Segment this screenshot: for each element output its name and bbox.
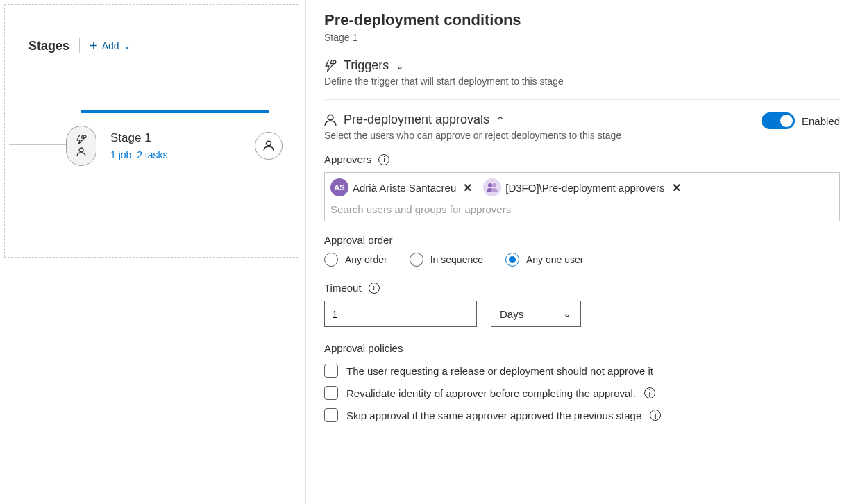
panel-title: Pre-deployment conditions [324, 11, 840, 29]
pipeline-canvas: Stages + Add ⌄ Stage 1 [0, 0, 305, 504]
approver-chip-group: [D3FO]\Pre-deployment approvers ✕ [482, 177, 686, 198]
stages-header: Stages + Add ⌄ [28, 38, 131, 53]
approvers-label: Approvers [324, 153, 371, 165]
timeout-value-input[interactable] [324, 301, 477, 327]
radio-label: Any order [345, 254, 387, 265]
radio-in-sequence[interactable]: In sequence [410, 253, 483, 267]
radio-label: Any one user [526, 254, 584, 265]
chevron-down-icon: ⌄ [563, 308, 572, 320]
approvals-section-toggle[interactable]: Pre-deployment approvals ⌃ [324, 112, 762, 127]
group-icon [483, 178, 501, 196]
trigger-icon [76, 135, 87, 144]
approvers-search-input[interactable] [328, 199, 836, 219]
add-stage-button[interactable]: + Add ⌄ [90, 39, 131, 53]
person-icon [76, 147, 86, 157]
approval-order-label: Approval order [324, 234, 840, 246]
svg-point-2 [267, 141, 271, 146]
checkbox[interactable] [324, 408, 338, 422]
policy-revalidate-identity[interactable]: Revalidate identity of approver before c… [324, 386, 840, 400]
info-icon[interactable]: i [369, 283, 380, 294]
avatar: AS [330, 178, 348, 196]
policy-text: Revalidate identity of approver before c… [346, 387, 636, 399]
stage-name: Stage 1 [110, 131, 168, 145]
triggers-heading: Triggers [344, 58, 389, 73]
chip-label: Adrià Ariste Santacreu [353, 182, 456, 194]
stages-title: Stages [28, 39, 69, 53]
radio-any-one-user[interactable]: Any one user [505, 253, 584, 267]
info-icon[interactable]: i [644, 387, 655, 398]
info-icon[interactable]: i [378, 154, 389, 165]
approvers-picker[interactable]: AS Adrià Ariste Santacreu ✕ [D3FO]\Pre-d… [324, 172, 840, 221]
remove-chip-button[interactable]: ✕ [460, 181, 475, 194]
plus-icon: + [90, 39, 98, 53]
add-label: Add [102, 40, 119, 51]
svg-point-0 [83, 135, 86, 138]
approver-chip-user: AS Adrià Ariste Santacreu ✕ [329, 177, 478, 198]
person-icon [263, 140, 274, 151]
conditions-panel: Pre-deployment conditions Stage 1 Trigge… [305, 0, 858, 504]
stages-container: Stages + Add ⌄ Stage 1 [4, 4, 298, 258]
trigger-icon [324, 60, 337, 72]
chevron-up-icon: ⌃ [496, 115, 505, 126]
approvers-label-row: Approvers i [324, 153, 840, 165]
divider [324, 99, 840, 100]
stage-tasks-link[interactable]: 1 job, 2 tasks [110, 149, 168, 160]
policy-skip-same-approver[interactable]: Skip approval if the same approver appro… [324, 408, 840, 422]
policies-label: Approval policies [324, 342, 840, 354]
checkbox[interactable] [324, 386, 338, 400]
chip-label: [D3FO]\Pre-deployment approvers [505, 182, 664, 194]
approvals-description: Select the users who can approve or reje… [324, 130, 762, 141]
stage-card[interactable]: Stage 1 1 job, 2 tasks [81, 110, 269, 178]
radio-any-order[interactable]: Any order [324, 253, 387, 267]
triggers-description: Define the trigger that will start deplo… [324, 76, 840, 87]
stage-content: Stage 1 1 job, 2 tasks [110, 131, 168, 160]
select-value: Days [500, 308, 523, 320]
pre-deploy-conditions-button[interactable] [66, 126, 96, 166]
triggers-section-toggle[interactable]: Triggers ⌄ [324, 58, 840, 73]
person-icon [324, 114, 337, 126]
panel-subtitle: Stage 1 [324, 32, 840, 43]
timeout-unit-select[interactable]: Days ⌄ [491, 301, 581, 327]
policy-text: The user requesting a release or deploym… [346, 365, 653, 377]
approvals-enable-toggle-wrap: Enabled [762, 112, 840, 129]
chevron-down-icon: ⌄ [396, 60, 404, 72]
svg-point-6 [492, 183, 496, 187]
approvals-enable-toggle[interactable] [762, 112, 795, 129]
approvals-enabled-label: Enabled [802, 115, 840, 127]
policy-text: Skip approval if the same approver appro… [346, 410, 641, 421]
remove-chip-button[interactable]: ✕ [669, 181, 684, 194]
policy-requester-cannot-approve[interactable]: The user requesting a release or deploym… [324, 364, 840, 378]
checkbox[interactable] [324, 364, 338, 378]
approvals-heading: Pre-deployment approvals [344, 112, 489, 127]
chevron-down-icon: ⌄ [124, 41, 131, 51]
svg-point-1 [79, 148, 83, 152]
timeout-label: Timeout [324, 282, 362, 294]
divider [79, 38, 80, 53]
timeout-label-row: Timeout i [324, 282, 840, 294]
svg-point-5 [488, 183, 492, 187]
post-deploy-conditions-button[interactable] [255, 132, 283, 160]
info-icon[interactable]: i [650, 410, 661, 421]
svg-point-4 [328, 115, 333, 120]
svg-point-3 [333, 60, 336, 64]
radio-label: In sequence [430, 254, 483, 265]
